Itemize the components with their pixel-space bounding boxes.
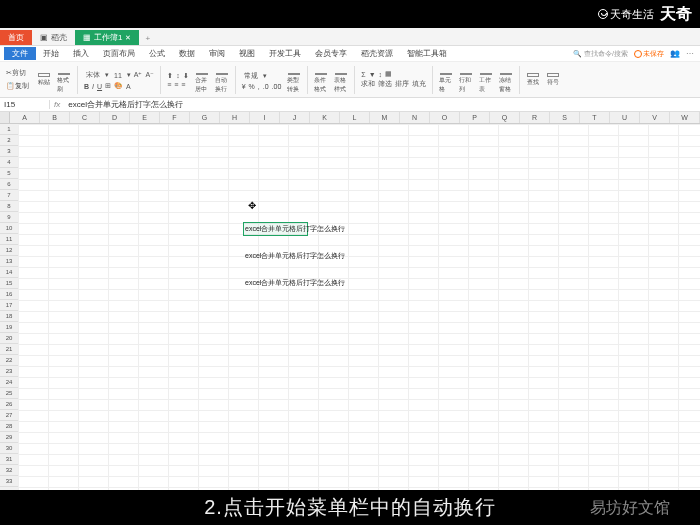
menu-dev[interactable]: 开发工具 [262, 47, 308, 60]
spreadsheet-grid[interactable]: A B C D E F G H I J K L M N O P Q R S T … [0, 112, 700, 492]
chevron-down-icon[interactable]: ▾ [105, 71, 109, 79]
col-V[interactable]: V [640, 112, 670, 123]
sort-icon[interactable]: ↕ [379, 71, 383, 78]
col-G[interactable]: G [190, 112, 220, 123]
align-mid-icon[interactable]: ↕ [176, 72, 180, 79]
formula-input[interactable]: excel合并单元格后打字怎么换行 [64, 99, 700, 110]
row-1[interactable]: 1 [0, 124, 18, 135]
row-20[interactable]: 20 [0, 333, 18, 344]
sheet-button[interactable]: 工作表 [479, 73, 493, 87]
row-18[interactable]: 18 [0, 311, 18, 322]
rowcol-button[interactable]: 行和列 [459, 73, 473, 87]
row-27[interactable]: 27 [0, 410, 18, 421]
col-R[interactable]: R [520, 112, 550, 123]
col-S[interactable]: S [550, 112, 580, 123]
cut-button[interactable]: ✂剪切 [4, 67, 28, 79]
menu-resource[interactable]: 稻壳资源 [354, 47, 400, 60]
col-C[interactable]: C [70, 112, 100, 123]
col-D[interactable]: D [100, 112, 130, 123]
col-F[interactable]: F [160, 112, 190, 123]
decimal-inc-icon[interactable]: .0 [263, 83, 269, 90]
percent-icon[interactable]: % [249, 83, 255, 90]
size-select[interactable]: 11 [112, 71, 124, 80]
align-center-icon[interactable]: ≡ [174, 81, 178, 88]
row-31[interactable]: 31 [0, 454, 18, 465]
row-32[interactable]: 32 [0, 465, 18, 476]
col-Q[interactable]: Q [490, 112, 520, 123]
more-icon[interactable]: ⋯ [686, 49, 694, 59]
decrease-font-icon[interactable]: A⁻ [145, 71, 154, 79]
number-format[interactable]: 常规 [242, 70, 260, 82]
row-22[interactable]: 22 [0, 355, 18, 366]
decimal-dec-icon[interactable]: .00 [272, 83, 282, 90]
col-K[interactable]: K [310, 112, 340, 123]
format-painter-button[interactable]: 格式刷 [57, 73, 71, 87]
menu-insert[interactable]: 插入 [66, 47, 96, 60]
row-13[interactable]: 13 [0, 256, 18, 267]
fill-color-button[interactable]: 🎨 [114, 82, 123, 90]
col-M[interactable]: M [370, 112, 400, 123]
bold-button[interactable]: B [84, 83, 89, 90]
type-convert-button[interactable]: 类型转换 [287, 73, 301, 87]
menu-layout[interactable]: 页面布局 [96, 47, 142, 60]
border-button[interactable]: ⊞ [105, 82, 111, 90]
add-tab-button[interactable]: + [139, 32, 156, 45]
close-icon[interactable]: ✕ [125, 34, 131, 42]
comma-icon[interactable]: , [258, 83, 260, 90]
menu-review[interactable]: 审阅 [202, 47, 232, 60]
row-23[interactable]: 23 [0, 366, 18, 377]
row-4[interactable]: 4 [0, 157, 18, 168]
wrap-button[interactable]: 自动换行 [215, 73, 229, 87]
col-N[interactable]: N [400, 112, 430, 123]
row-14[interactable]: 14 [0, 267, 18, 278]
italic-button[interactable]: I [92, 83, 94, 90]
col-B[interactable]: B [40, 112, 70, 123]
row-10[interactable]: 10 [0, 223, 18, 234]
cell-content-3[interactable]: excel合并单元格后打字怎么换行 [245, 277, 345, 288]
paste-button[interactable]: 粘贴 [37, 73, 51, 87]
cells-area[interactable]: ✥ excel合并单元格后打字怎么换行 excel合并单元格后打字怎么换行 ex… [18, 124, 700, 492]
search-input[interactable]: 🔍查找命令/搜索 [573, 49, 628, 59]
filter-icon[interactable]: ▼ [369, 71, 376, 78]
tab-home[interactable]: 首页 [0, 30, 32, 45]
row-5[interactable]: 5 [0, 168, 18, 179]
row-6[interactable]: 6 [0, 179, 18, 190]
align-left-icon[interactable]: ≡ [167, 81, 171, 88]
unsaved-indicator[interactable]: 未保存 [634, 49, 664, 59]
copy-button[interactable]: 📋复制 [4, 80, 31, 92]
row-26[interactable]: 26 [0, 399, 18, 410]
row-3[interactable]: 3 [0, 146, 18, 157]
increase-font-icon[interactable]: A⁺ [134, 71, 143, 79]
sum-icon[interactable]: Σ [361, 71, 365, 78]
font-color-button[interactable]: A [126, 83, 131, 90]
cell-content-1[interactable]: excel合并单元格后打字怎么换行 [245, 223, 345, 234]
currency-icon[interactable]: ¥ [242, 83, 246, 90]
table-style-button[interactable]: 表格样式 [334, 73, 348, 87]
row-21[interactable]: 21 [0, 344, 18, 355]
collab-icon[interactable]: 👥 [670, 49, 680, 59]
col-U[interactable]: U [610, 112, 640, 123]
col-T[interactable]: T [580, 112, 610, 123]
row-12[interactable]: 12 [0, 245, 18, 256]
align-bot-icon[interactable]: ⬇ [183, 72, 189, 80]
col-L[interactable]: L [340, 112, 370, 123]
row-2[interactable]: 2 [0, 135, 18, 146]
symbol-button[interactable]: 符号 [546, 73, 560, 87]
font-select[interactable]: 宋体 [84, 69, 102, 81]
row-19[interactable]: 19 [0, 322, 18, 333]
row-29[interactable]: 29 [0, 432, 18, 443]
row-11[interactable]: 11 [0, 234, 18, 245]
col-E[interactable]: E [130, 112, 160, 123]
row-8[interactable]: 8 [0, 201, 18, 212]
cell-content-2[interactable]: excel合并单元格后打字怎么换行 [245, 250, 345, 261]
menu-member[interactable]: 会员专享 [308, 47, 354, 60]
col-J[interactable]: J [280, 112, 310, 123]
align-right-icon[interactable]: ≡ [181, 81, 185, 88]
menu-smart[interactable]: 智能工具箱 [400, 47, 454, 60]
row-30[interactable]: 30 [0, 443, 18, 454]
col-W[interactable]: W [670, 112, 700, 123]
menu-file[interactable]: 文件 [4, 47, 36, 60]
name-box[interactable]: I15 [0, 100, 50, 109]
row-9[interactable]: 9 [0, 212, 18, 223]
row-15[interactable]: 15 [0, 278, 18, 289]
